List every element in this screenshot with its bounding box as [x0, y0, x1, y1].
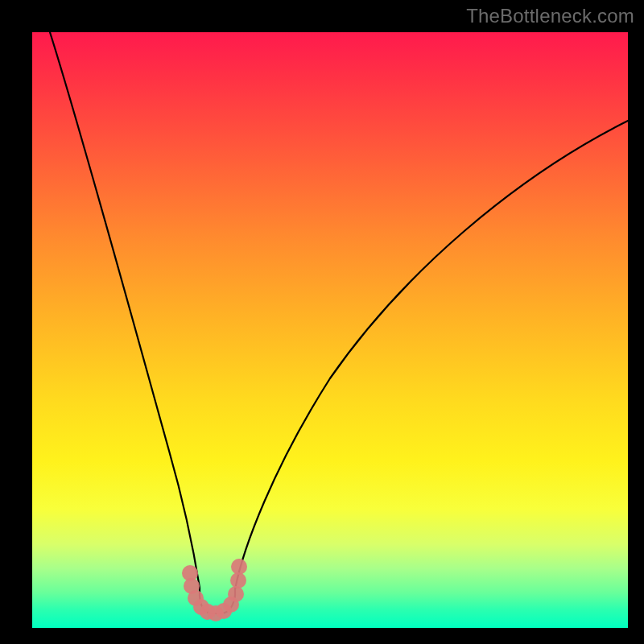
watermark-text: TheBottleneck.com: [466, 5, 634, 27]
marker-cluster: [182, 559, 247, 621]
bottleneck-curve: [50, 32, 628, 613]
curve-svg: [32, 32, 628, 628]
marker-dot: [230, 572, 246, 588]
marker-dot: [228, 586, 244, 602]
chart-frame: TheBottleneck.com: [0, 0, 644, 644]
plot-area: [32, 32, 628, 628]
marker-dot: [231, 559, 247, 575]
